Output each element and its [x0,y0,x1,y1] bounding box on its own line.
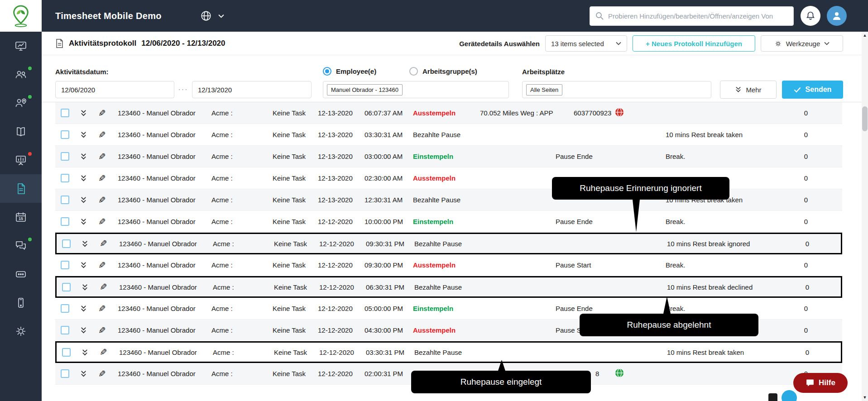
expand-row-icon[interactable] [76,174,94,182]
expand-row-icon[interactable] [76,305,94,312]
phone-cell: 6037700923 [556,109,611,117]
edit-icon[interactable]: ✎ [94,260,114,271]
company-cell: Acme : [211,305,273,312]
sidebar-item-more[interactable] [0,260,42,288]
filters-panel: Aktivitätsdatum: ··· Employee(e) Arbeits… [42,55,868,102]
row-checkbox[interactable] [62,239,71,248]
top-header: Timesheet Mobile Demo [42,0,868,32]
edit-icon[interactable]: ✎ [95,347,115,358]
sidebar-item-reports[interactable] [0,146,42,174]
note-cell: Break. [666,218,788,225]
user-avatar[interactable] [827,6,847,26]
report-date-range: 12/06/2020 - 12/13/2020 [141,39,225,48]
row-checkbox[interactable] [61,326,69,334]
row-checkbox[interactable] [61,304,69,313]
note-cell: 10 mins Rest break taken [667,348,789,356]
expand-row-icon[interactable] [76,196,94,204]
items-selected-dropdown[interactable]: 13 items selected [545,35,627,52]
expand-row-icon[interactable] [76,218,94,225]
workgroup-radio[interactable]: Arbeitsgruppe(s) [409,67,477,76]
help-button[interactable]: Hilfe [793,373,848,393]
sidebar-item-tracking[interactable] [0,89,42,117]
expand-row-icon[interactable] [77,348,95,356]
edit-icon[interactable]: ✎ [94,108,114,119]
edit-icon[interactable]: ✎ [94,325,114,336]
status-cell: Einstempeln [413,305,472,312]
expand-row-icon[interactable] [77,240,95,248]
chat-icon [14,239,27,252]
vertical-scrollbar[interactable]: ▲ ▼ [862,32,868,401]
search-input[interactable] [590,6,794,26]
gear-icon [14,325,27,338]
scrollbar-thumb[interactable] [862,106,868,131]
workplaces-select-input[interactable]: Alle Seiten [522,81,711,98]
tooltip-rest-break-ignored: Ruhepause Erinnerung ignoriert [552,177,729,200]
date-to-input[interactable] [192,81,312,98]
row-checkbox[interactable] [62,283,71,291]
date-from-input[interactable] [55,81,174,98]
expand-row-icon[interactable] [76,370,94,377]
edit-icon[interactable]: ✎ [94,173,114,184]
task-cell: Keine Task [273,326,318,334]
row-checkbox[interactable] [61,196,69,204]
employee-chip[interactable]: Manuel Obrador - 123460 [327,84,403,95]
note-cell: Break. [666,305,788,312]
expand-row-icon[interactable] [76,261,94,269]
note-cell: Break. [666,261,788,269]
edit-icon[interactable]: ✎ [94,151,114,162]
row-checkbox[interactable] [61,369,69,378]
scroll-up-arrow[interactable]: ▲ [862,32,868,39]
sidebar-item-employees[interactable] [0,60,42,89]
sidebar-item-activity-log[interactable] [0,174,42,203]
row-checkbox[interactable] [61,130,69,139]
employee-cell: 123460 - Manuel Obrador [114,153,211,160]
notifications-button[interactable] [801,6,820,26]
edit-icon[interactable]: ✎ [94,195,114,205]
edit-icon[interactable]: ✎ [95,238,115,249]
sidebar-item-devices[interactable] [0,288,42,317]
pagination-partial[interactable] [768,393,777,401]
expand-row-icon[interactable] [76,131,94,138]
employee-select-input[interactable]: Manuel Obrador - 123460 [323,81,509,98]
new-protocol-button[interactable]: + Neues Protokoll Hinzufügen [633,35,755,52]
edit-icon[interactable]: ✎ [95,282,115,292]
help-chat-icon [806,378,815,387]
expand-row-icon[interactable] [76,326,94,334]
people-icon [14,68,27,81]
time-cell: 03:00:00 AM [364,153,413,160]
search-icon [595,11,604,20]
sidebar-item-schedule[interactable]: 15 [0,203,42,231]
sidebar-item-dashboard[interactable] [0,32,42,60]
sidebar-item-settings[interactable] [0,317,42,345]
employee-cell: 123460 - Manuel Obrador [115,348,213,356]
svg-text:15: 15 [19,216,23,221]
row-checkbox[interactable] [61,109,69,117]
sidebar-item-news[interactable] [0,117,42,146]
edit-icon[interactable]: ✎ [94,303,114,314]
row-checkbox[interactable] [61,174,69,182]
more-filters-button[interactable]: Mehr [720,81,777,99]
send-button[interactable]: Senden [782,81,843,99]
row-checkbox[interactable] [61,261,69,269]
company-cell: Acme : [211,261,273,269]
expand-row-icon[interactable] [77,283,95,291]
time-cell: 02:00:31 PM [364,370,413,377]
row-checkbox[interactable] [62,348,71,357]
tools-button[interactable]: Werkzeuge [761,35,843,52]
edit-icon[interactable]: ✎ [94,129,114,140]
row-checkbox[interactable] [61,217,69,226]
date-cell: 12-12-2020 [318,370,364,377]
scroll-down-arrow[interactable]: ▼ [862,394,868,401]
employee-radio[interactable]: Employee(e) [323,67,376,76]
expand-row-icon[interactable] [76,109,94,117]
row-checkbox[interactable] [61,152,69,161]
edit-icon[interactable]: ✎ [94,216,114,227]
expand-row-icon[interactable] [76,153,94,160]
distance-cell: 70.052 Miles Weg : APP [472,109,556,117]
sidebar-item-messages[interactable] [0,231,42,260]
language-selector[interactable] [200,10,224,22]
workplaces-chip[interactable]: Alle Seiten [526,84,562,95]
edit-icon[interactable]: ✎ [94,368,114,379]
ellipsis-icon [14,268,27,281]
employee-cell: 123460 - Manuel Obrador [114,109,211,117]
